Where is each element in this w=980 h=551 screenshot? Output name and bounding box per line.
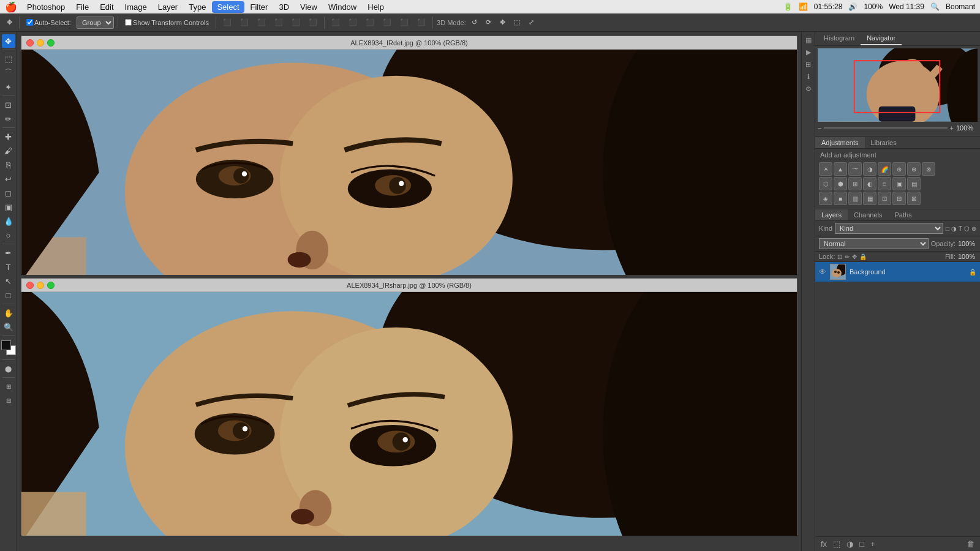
menu-item-view[interactable]: View — [295, 1, 322, 13]
menu-item-type[interactable]: Type — [184, 1, 211, 13]
brush-tool[interactable]: 🖌 — [2, 144, 15, 157]
layer-new-btn[interactable]: + — [869, 539, 877, 549]
solid-color-icon[interactable]: ■ — [834, 192, 847, 205]
3d-slide-btn[interactable]: ⬚ — [511, 17, 523, 28]
extra-icon-3[interactable]: ⊠ — [907, 192, 921, 205]
layer-fx-btn[interactable]: fx — [819, 539, 829, 549]
close-button-1[interactable] — [26, 39, 34, 47]
tab-adjustments[interactable]: Adjustments — [815, 137, 865, 148]
minimize-button-2[interactable] — [37, 282, 44, 289]
exposure-icon[interactable]: ◑ — [863, 162, 876, 176]
filter-smart-icon[interactable]: ⊛ — [971, 225, 976, 232]
align-middle-btn[interactable]: ⬛ — [288, 17, 303, 28]
color-lookup-icon[interactable]: ⊞ — [848, 177, 862, 190]
move-tool[interactable]: ✥ — [2, 34, 15, 48]
align-top-btn[interactable]: ⬛ — [271, 17, 286, 28]
menu-item-edit[interactable]: Edit — [95, 1, 118, 13]
path-select-tool[interactable]: ↖ — [2, 274, 15, 288]
layers-icon-btn[interactable]: ⊞ — [803, 59, 814, 70]
menu-item-photoshop[interactable]: Photoshop — [22, 1, 70, 13]
distribute-bottom-btn[interactable]: ⬛ — [414, 17, 429, 28]
filter-type-icon[interactable]: T — [959, 225, 962, 232]
align-right-btn[interactable]: ⬛ — [254, 17, 269, 28]
zoom-slider[interactable] — [824, 127, 947, 129]
search-icon[interactable]: 🔍 — [930, 2, 940, 11]
properties-icon-btn[interactable]: ⚙ — [803, 83, 814, 94]
transform-controls-checkbox[interactable]: Show Transform Controls — [122, 17, 212, 28]
auto-select-dropdown[interactable]: Group — [77, 17, 114, 29]
eyedropper-tool[interactable]: ✏ — [2, 112, 15, 126]
dodge-tool[interactable]: ○ — [2, 228, 15, 242]
tab-channels[interactable]: Channels — [848, 209, 888, 220]
selective-color-icon[interactable]: ◈ — [819, 192, 832, 205]
pattern-fill-icon[interactable]: ▦ — [863, 192, 876, 205]
shape-tool[interactable]: □ — [2, 288, 15, 302]
layer-adjustment-btn[interactable]: ◑ — [845, 539, 855, 549]
menu-item-help[interactable]: Help — [363, 1, 389, 13]
layer-background[interactable]: 👁 Background 🔒 — [815, 262, 980, 282]
gradient-tool[interactable]: ▣ — [2, 200, 15, 214]
posterize-icon[interactable]: ≡ — [878, 177, 891, 190]
invert-icon[interactable]: ◐ — [863, 177, 876, 190]
crop-tool[interactable]: ⊡ — [2, 98, 15, 111]
color-swatches[interactable] — [1, 340, 16, 355]
eraser-tool[interactable]: ◻ — [2, 186, 15, 200]
auto-select-check[interactable] — [26, 19, 33, 26]
zoom-tool[interactable]: 🔍 — [2, 320, 15, 334]
extra-icon-2[interactable]: ⊟ — [892, 192, 906, 205]
menu-item-3d[interactable]: 3D — [274, 1, 294, 13]
artboard-btn[interactable]: ⊟ — [2, 394, 15, 407]
distribute-middle-btn[interactable]: ⬛ — [397, 17, 412, 28]
apple-menu[interactable]: 🍎 — [5, 1, 17, 13]
clone-tool[interactable]: ⎘ — [2, 158, 15, 171]
tab-histogram[interactable]: Histogram — [818, 32, 861, 45]
screen-mode-btn[interactable]: ⊞ — [2, 380, 15, 393]
lock-position-icon[interactable]: ✥ — [852, 253, 857, 260]
auto-select-checkbox[interactable]: Auto-Select: — [23, 17, 74, 28]
zoom-minus-icon[interactable]: − — [818, 124, 821, 132]
blend-mode-dropdown[interactable]: Normal — [819, 238, 929, 249]
close-button-2[interactable] — [26, 282, 34, 289]
3d-rotate-btn[interactable]: ↺ — [469, 17, 480, 28]
levels-icon[interactable]: ▲ — [834, 162, 847, 176]
color-balance-icon[interactable]: ⊕ — [907, 162, 921, 176]
foreground-color-swatch[interactable] — [1, 340, 11, 350]
lock-image-icon[interactable]: ✏ — [845, 253, 850, 260]
extra-icon-1[interactable]: ⊡ — [878, 192, 891, 205]
blur-tool[interactable]: 💧 — [2, 214, 15, 228]
maximize-button-2[interactable] — [47, 282, 55, 289]
hsl-icon[interactable]: ⊛ — [892, 162, 906, 176]
filter-shape-icon[interactable]: ⬡ — [964, 225, 970, 232]
threshold-icon[interactable]: ▣ — [892, 177, 906, 190]
info-icon-btn[interactable]: ℹ — [803, 71, 814, 82]
fill-value[interactable]: 100% — [958, 253, 976, 260]
menu-item-filter[interactable]: Filter — [246, 1, 273, 13]
canvas-scroll[interactable]: ALEX8934_IRdet.jpg @ 100% (RGB/8) — [17, 32, 801, 551]
distribute-right-btn[interactable]: ⬛ — [363, 17, 377, 28]
doc-canvas-2[interactable] — [21, 292, 797, 536]
marquee-tool[interactable]: ⬚ — [2, 52, 15, 66]
align-center-btn[interactable]: ⬛ — [237, 17, 252, 28]
align-bottom-btn[interactable]: ⬛ — [306, 17, 320, 28]
curves-icon[interactable]: 〜 — [848, 162, 862, 176]
gradient-fill-icon[interactable]: ▥ — [848, 192, 862, 205]
transform-check[interactable] — [125, 19, 132, 26]
layer-mask-btn[interactable]: ⬚ — [831, 539, 842, 549]
brightness-icon[interactable]: ☀ — [819, 162, 832, 176]
maximize-button-1[interactable] — [47, 39, 55, 47]
distribute-top-btn[interactable]: ⬛ — [380, 17, 394, 28]
channel-mixer-icon[interactable]: ⬢ — [834, 177, 847, 190]
histogram-icon-btn[interactable]: ▦ — [803, 34, 814, 45]
3d-roll-btn[interactable]: ⟳ — [483, 17, 494, 28]
bw-icon[interactable]: ⊗ — [922, 162, 935, 176]
distribute-center-btn[interactable]: ⬛ — [345, 17, 360, 28]
quick-mask-btn[interactable]: ⬤ — [2, 362, 15, 375]
layer-visibility-icon[interactable]: 👁 — [819, 268, 826, 276]
play-icon-btn[interactable]: ▶ — [803, 47, 814, 58]
tab-libraries[interactable]: Libraries — [865, 137, 903, 148]
doc-canvas-1[interactable] — [21, 50, 797, 275]
menu-item-image[interactable]: Image — [120, 1, 152, 13]
vibrance-icon[interactable]: 🌈 — [878, 162, 891, 176]
text-tool[interactable]: T — [2, 260, 15, 274]
gradient-map-icon[interactable]: ▤ — [907, 177, 921, 190]
